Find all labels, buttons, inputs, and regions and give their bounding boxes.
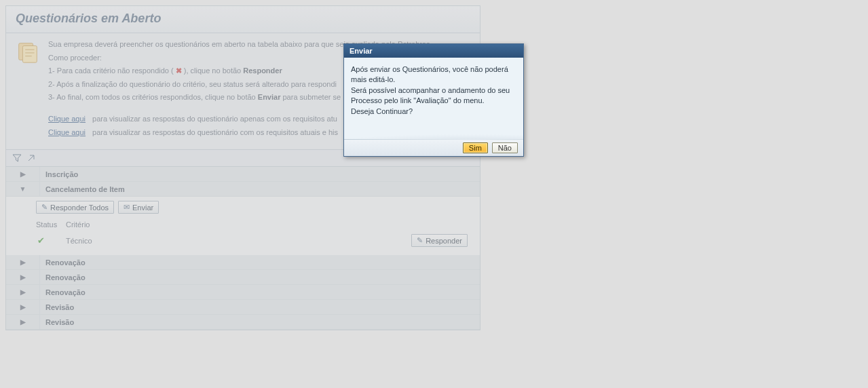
expand-toggle[interactable]: ▼	[6, 182, 40, 196]
link-view-history[interactable]: Clique aqui	[48, 127, 86, 139]
section-label: Revisão	[40, 318, 74, 326]
section-label: Renovação	[40, 273, 86, 282]
chevron-down-icon: ▼	[20, 185, 26, 193]
section-row-revisao: ▶ Revisão	[6, 300, 480, 315]
document-notes-icon	[14, 39, 41, 66]
link-desc-1: para visualizar as respostas do question…	[92, 113, 337, 125]
link-view-current[interactable]: Clique aqui	[48, 113, 86, 125]
button-row: ✎ Responder Todos ✉ Enviar	[36, 201, 473, 214]
expand-toggle[interactable]: ▶	[6, 270, 40, 284]
send-icon: ✉	[124, 203, 130, 212]
edit-icon: ✎	[41, 203, 48, 212]
dialog-text-3: Deseja Continuar?	[351, 106, 516, 117]
dialog-footer: Sim Não	[344, 139, 523, 156]
responder-button[interactable]: ✎ Responder	[411, 234, 468, 247]
enviar-dialog: Enviar Após enviar os Questionários, voc…	[343, 43, 524, 157]
chevron-right-icon: ▶	[20, 258, 26, 266]
section-list: ▶ Inscrição ▼ Cancelamento de Item ✎ Res…	[6, 167, 480, 330]
dialog-yes-button[interactable]: Sim	[463, 142, 488, 153]
section-row-inscricao: ▶ Inscrição	[6, 167, 480, 182]
section-label: Renovação	[40, 258, 86, 267]
inner-table-head: Status Critério	[36, 218, 473, 231]
col-criterio-header: Critério	[66, 220, 473, 229]
enviar-button[interactable]: ✉ Enviar	[118, 201, 159, 214]
expand-toggle[interactable]: ▶	[6, 300, 40, 314]
responder-todos-button[interactable]: ✎ Responder Todos	[36, 201, 114, 214]
edit-icon: ✎	[417, 236, 423, 245]
settings-icon[interactable]	[26, 153, 37, 163]
col-status-header: Status	[36, 220, 66, 229]
chevron-right-icon: ▶	[20, 170, 26, 178]
expand-toggle[interactable]: ▶	[6, 285, 40, 299]
section-row-renovacao: ▶ Renovação	[6, 285, 480, 300]
chevron-right-icon: ▶	[20, 288, 26, 296]
expand-toggle[interactable]: ▶	[6, 315, 40, 329]
svg-rect-1	[22, 46, 37, 63]
section-row-renovacao: ▶ Renovação	[6, 255, 480, 270]
check-ok-icon: ✔	[37, 235, 45, 246]
section-row-renovacao: ▶ Renovação	[6, 270, 480, 285]
criterio-cell: Técnico	[66, 237, 411, 245]
chevron-right-icon: ▶	[20, 273, 26, 281]
filter-icon[interactable]	[12, 153, 22, 163]
expand-toggle[interactable]: ▶	[6, 167, 40, 181]
section-label: Revisão	[40, 303, 74, 311]
section-label: Renovação	[40, 288, 86, 296]
section-label: Cancelamento de Item	[40, 185, 125, 193]
section-label: Inscrição	[40, 170, 78, 178]
dialog-title: Enviar	[344, 44, 523, 58]
dialog-body: Após enviar os Questionários, você não p…	[344, 58, 523, 139]
link-desc-2: para visualizar as respostas do question…	[92, 127, 338, 139]
table-row: ✔ Técnico ✎ Responder	[36, 231, 473, 250]
dialog-no-button[interactable]: Não	[492, 142, 518, 153]
chevron-right-icon: ▶	[20, 318, 26, 326]
dialog-text-2: Será possível acompanhar o andamento do …	[351, 85, 516, 106]
dialog-text-1: Após enviar os Questionários, você não p…	[351, 64, 516, 85]
section-row-cancelamento: ▼ Cancelamento de Item	[6, 182, 480, 197]
section-row-revisao: ▶ Revisão	[6, 315, 480, 330]
section-content-cancelamento: ✎ Responder Todos ✉ Enviar Status Critér…	[6, 197, 480, 255]
status-cell: ✔	[36, 235, 66, 246]
chevron-right-icon: ▶	[20, 303, 26, 311]
page-title: Questionários em Aberto	[6, 6, 480, 33]
x-icon: ✖	[176, 66, 182, 75]
expand-toggle[interactable]: ▶	[6, 255, 40, 269]
